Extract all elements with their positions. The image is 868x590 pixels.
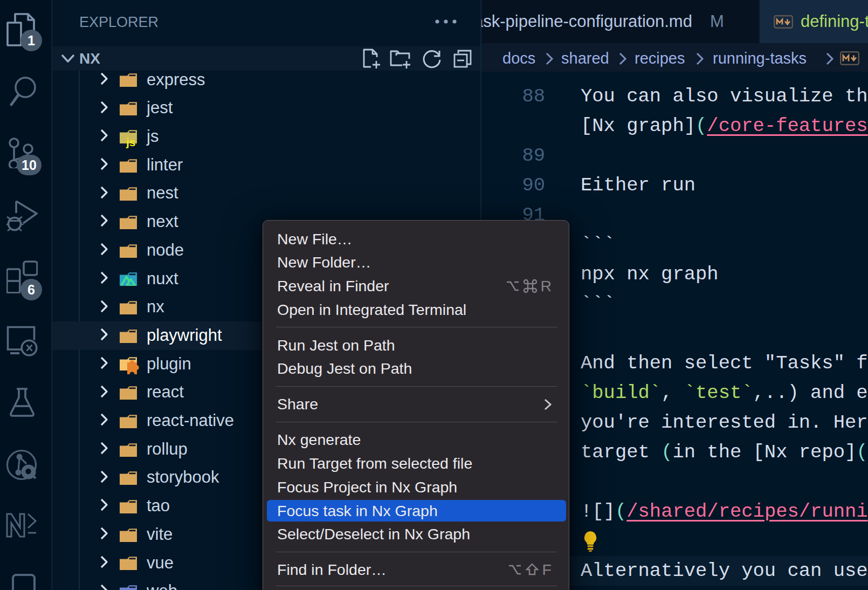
svg-text:js: js	[126, 136, 136, 148]
